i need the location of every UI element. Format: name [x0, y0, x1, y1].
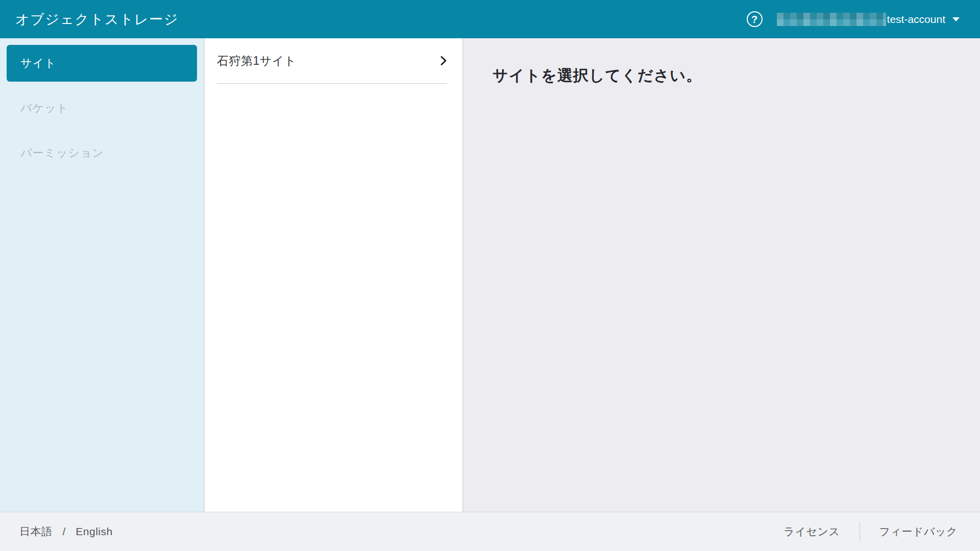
- app-footer: 日本語 / English ライセンス フィードバック: [0, 512, 980, 551]
- chevron-down-icon: [952, 17, 960, 21]
- account-menu-button[interactable]: test-account: [777, 13, 960, 26]
- empty-state-message: サイトを選択してください。: [493, 65, 980, 86]
- header-actions: ? test-account: [747, 11, 960, 27]
- divider: [217, 83, 447, 84]
- language-separator: /: [63, 525, 66, 538]
- account-name: test-account: [887, 13, 945, 26]
- site-list-panel: 石狩第1サイト: [205, 38, 463, 512]
- question-circle-icon: ?: [747, 11, 763, 27]
- account-id-redacted: [777, 13, 886, 26]
- language-link-english[interactable]: English: [76, 525, 112, 538]
- license-link[interactable]: ライセンス: [784, 524, 840, 539]
- sidebar-item-permissions[interactable]: パーミッション: [7, 135, 197, 171]
- divider: [860, 522, 860, 541]
- app-title: オブジェクトストレージ: [15, 10, 179, 29]
- site-name: 石狩第1サイト: [217, 53, 297, 69]
- sidebar: サイト バケット パーミッション: [0, 38, 205, 512]
- sidebar-item-sites[interactable]: サイト: [7, 45, 197, 82]
- sidebar-item-buckets[interactable]: バケット: [7, 90, 197, 127]
- help-button[interactable]: ?: [747, 11, 763, 27]
- language-link-japanese[interactable]: 日本語: [19, 524, 53, 539]
- site-list-item[interactable]: 石狩第1サイト: [205, 38, 462, 83]
- app-header: オブジェクトストレージ ? test-account: [0, 0, 980, 38]
- language-switcher: 日本語 / English: [19, 524, 113, 539]
- main-panel: サイトを選択してください。: [463, 38, 980, 512]
- feedback-link[interactable]: フィードバック: [879, 524, 958, 539]
- chevron-right-icon: [438, 55, 449, 66]
- footer-links: ライセンス フィードバック: [784, 522, 958, 541]
- question-glyph: ?: [751, 14, 757, 24]
